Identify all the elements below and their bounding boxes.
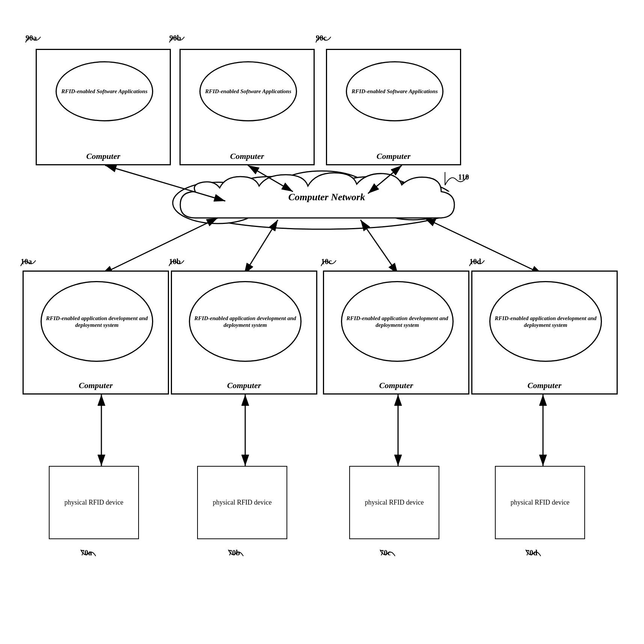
svg-line-16 bbox=[244, 220, 278, 274]
svg-line-15 bbox=[101, 218, 218, 274]
oval-10d-text: RFID-enabled application development and… bbox=[490, 315, 601, 328]
oval-90a: RFID-enabled Software Applications bbox=[56, 61, 153, 121]
svg-rect-11 bbox=[192, 192, 466, 218]
rfid-70b: physical RFID device bbox=[197, 466, 287, 539]
computer-90c-label: Computer bbox=[327, 151, 460, 161]
computer-90a: RFID-enabled Software Applications Compu… bbox=[36, 49, 171, 165]
rfid-70d-text: physical RFID device bbox=[511, 498, 570, 507]
svg-line-13 bbox=[248, 165, 293, 192]
oval-90a-text: RFID-enabled Software Applications bbox=[61, 88, 147, 95]
oval-10b: RFID-enabled application development and… bbox=[189, 281, 302, 362]
oval-90c: RFID-enabled Software Applications bbox=[346, 61, 443, 121]
svg-point-4 bbox=[183, 180, 461, 229]
diagram-container: Computer Network 110 RFID-enabled Softwa… bbox=[0, 0, 644, 644]
rfid-70b-text: physical RFID device bbox=[213, 498, 272, 507]
svg-point-5 bbox=[173, 182, 263, 224]
svg-point-6 bbox=[225, 177, 315, 214]
computer-10d-label: Computer bbox=[472, 381, 617, 390]
oval-10c: RFID-enabled application development and… bbox=[341, 281, 454, 362]
squiggle-10c bbox=[321, 257, 340, 268]
squiggle-70d bbox=[526, 548, 544, 559]
oval-10d: RFID-enabled application development and… bbox=[489, 281, 602, 362]
squiggle-110 bbox=[445, 172, 475, 187]
oval-90c-text: RFID-enabled Software Applications bbox=[351, 88, 437, 95]
squiggle-10d bbox=[469, 257, 488, 268]
squiggle-70b bbox=[228, 548, 247, 559]
squiggle-90a bbox=[26, 33, 44, 44]
svg-point-8 bbox=[327, 177, 417, 214]
network-label: Computer Network bbox=[199, 192, 454, 203]
computer-10c: RFID-enabled application development and… bbox=[323, 271, 469, 395]
computer-90b-label: Computer bbox=[181, 151, 314, 161]
svg-line-17 bbox=[360, 220, 398, 274]
svg-point-7 bbox=[273, 171, 371, 212]
computer-10b-label: Computer bbox=[172, 381, 316, 390]
computer-10d: RFID-enabled application development and… bbox=[471, 271, 618, 395]
squiggle-10b bbox=[169, 257, 188, 268]
computer-10b: RFID-enabled application development and… bbox=[171, 271, 317, 395]
computer-90b: RFID-enabled Software Applications Compu… bbox=[179, 49, 315, 165]
rfid-70a-text: physical RFID device bbox=[65, 498, 124, 507]
computer-90c: RFID-enabled Software Applications Compu… bbox=[326, 49, 461, 165]
oval-10b-text: RFID-enabled application development and… bbox=[190, 315, 300, 328]
svg-line-14 bbox=[368, 165, 402, 194]
oval-90b-text: RFID-enabled Software Applications bbox=[205, 88, 291, 95]
rfid-70a: physical RFID device bbox=[49, 466, 139, 539]
oval-90b: RFID-enabled Software Applications bbox=[199, 61, 297, 121]
svg-point-10 bbox=[187, 184, 457, 222]
computer-10a-label: Computer bbox=[24, 381, 168, 390]
svg-point-9 bbox=[372, 182, 454, 220]
oval-10a-text: RFID-enabled application development and… bbox=[42, 315, 152, 328]
computer-10a: RFID-enabled application development and… bbox=[23, 271, 169, 395]
svg-line-12 bbox=[105, 165, 225, 201]
computer-10c-label: Computer bbox=[324, 381, 468, 390]
squiggle-70c bbox=[380, 548, 399, 559]
oval-10a: RFID-enabled application development and… bbox=[41, 281, 153, 362]
rfid-70c-text: physical RFID device bbox=[365, 498, 424, 507]
squiggle-90b bbox=[169, 33, 188, 44]
squiggle-90c bbox=[316, 33, 335, 44]
rfid-70d: physical RFID device bbox=[495, 466, 585, 539]
computer-90a-label: Computer bbox=[37, 151, 170, 161]
oval-10c-text: RFID-enabled application development and… bbox=[342, 315, 452, 328]
squiggle-70a bbox=[81, 548, 100, 559]
rfid-70c: physical RFID device bbox=[349, 466, 439, 539]
squiggle-10a bbox=[21, 257, 39, 268]
